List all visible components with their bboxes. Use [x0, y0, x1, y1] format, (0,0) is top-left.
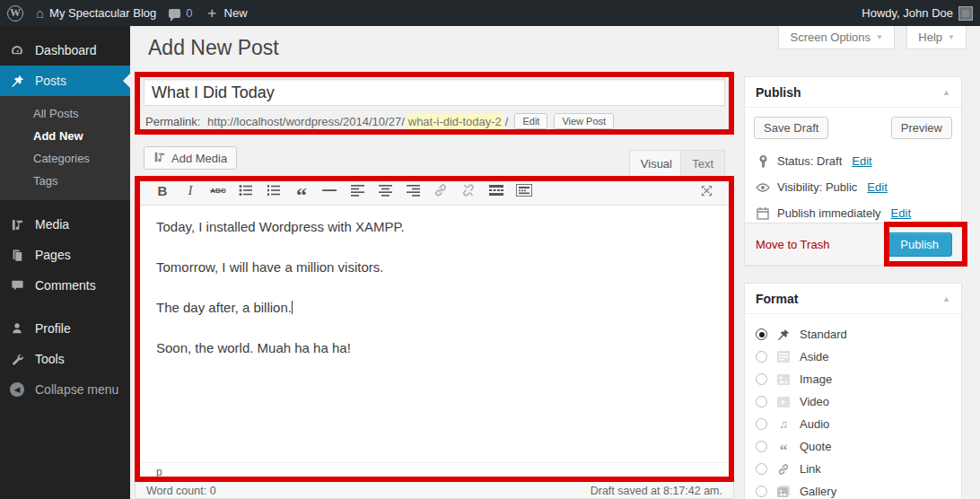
word-count-label: Word count:	[146, 485, 206, 497]
format-option-gallery[interactable]: Gallery	[756, 480, 950, 499]
media-icon	[8, 218, 26, 232]
audio-icon: ♫	[775, 417, 792, 431]
format-option-link[interactable]: Link	[756, 458, 950, 480]
preview-button[interactable]: Preview	[891, 117, 952, 139]
sidebar-item-categories[interactable]: Categories	[0, 147, 130, 170]
radio-icon[interactable]	[756, 418, 767, 430]
sidebar-label-comments: Comments	[35, 278, 96, 293]
format-option-quote[interactable]: “ Quote	[756, 435, 950, 458]
post-paragraph: Soon, the world. Muah ha ha ha!	[156, 338, 713, 358]
pushpin-icon	[775, 328, 792, 341]
radio-icon[interactable]	[756, 396, 767, 407]
align-left-icon[interactable]	[347, 181, 367, 199]
tab-text[interactable]: Text	[680, 150, 725, 176]
edit-visibility-link[interactable]: Edit	[867, 180, 887, 194]
edit-status-link[interactable]: Edit	[852, 154, 871, 168]
format-option-image[interactable]: Image	[756, 368, 950, 390]
format-option-audio[interactable]: ♫ Audio	[756, 413, 950, 435]
format-option-video[interactable]: Video	[756, 390, 950, 413]
visual-editor: B I ABC “ —	[140, 176, 729, 482]
publish-panel-header[interactable]: Publish ▲	[745, 77, 961, 108]
bulleted-list-icon[interactable]	[236, 181, 256, 199]
sidebar-item-all-posts[interactable]: All Posts	[0, 102, 130, 125]
italic-icon[interactable]: I	[180, 181, 200, 199]
sidebar-item-dashboard[interactable]: Dashboard	[0, 35, 130, 66]
move-to-trash-link[interactable]: Move to Trash	[756, 238, 829, 251]
radio-checked-icon[interactable]	[756, 328, 767, 340]
new-content-menu[interactable]: ＋ New	[206, 4, 248, 22]
permalink-edit-button[interactable]: Edit	[514, 113, 547, 129]
pages-icon	[8, 249, 26, 262]
site-name-link[interactable]: ⌂ My Spectacular Blog	[36, 5, 156, 21]
permalink-label: Permalink:	[145, 115, 200, 128]
sidebar-item-posts[interactable]: Posts	[0, 66, 130, 96]
editor-content[interactable]: Today, I installed Wordpress with XAMPP.…	[140, 206, 729, 390]
new-label: New	[224, 6, 248, 20]
publish-panel-title: Publish	[756, 85, 801, 100]
screen-options-button[interactable]: Screen Options ▼	[778, 26, 895, 49]
sidebar-item-pages[interactable]: Pages	[0, 240, 130, 270]
unlink-icon[interactable]	[459, 181, 478, 199]
sidebar-item-add-new[interactable]: Add New	[0, 125, 130, 147]
howdy-account-link[interactable]: Howdy, John Doe	[862, 6, 953, 20]
strikethrough-icon[interactable]: ABC	[208, 181, 228, 199]
radio-icon[interactable]	[756, 463, 767, 475]
blockquote-icon[interactable]: “	[292, 181, 311, 199]
home-icon: ⌂	[36, 5, 44, 21]
numbered-list-icon[interactable]	[264, 181, 284, 199]
format-option-standard[interactable]: Standard	[756, 323, 950, 346]
chevron-down-icon: ▼	[876, 33, 883, 41]
add-media-button[interactable]: Add Media	[144, 146, 237, 170]
tab-visual[interactable]: Visual	[629, 150, 684, 176]
align-center-icon[interactable]	[375, 181, 395, 199]
publish-button[interactable]: Publish	[887, 232, 952, 257]
fullscreen-icon[interactable]	[696, 181, 716, 199]
sidebar-label-collapse: Collapse menu	[35, 382, 118, 397]
sidebar-item-comments[interactable]: Comments	[0, 270, 130, 301]
add-media-label: Add Media	[171, 152, 227, 165]
publish-panel: Publish ▲ Save Draft Preview Status: Dra…	[744, 76, 962, 266]
quote-icon: “	[775, 440, 792, 454]
toolbar-toggle-icon[interactable]	[514, 181, 534, 199]
comment-count: 0	[186, 6, 192, 20]
sidebar-item-collapse-menu[interactable]: ◀ Collapse menu	[0, 374, 130, 405]
tools-icon	[8, 353, 26, 365]
word-count-value: 0	[210, 485, 216, 497]
sidebar-item-media[interactable]: Media	[0, 209, 130, 240]
comments-shortcut[interactable]: 0	[169, 6, 192, 20]
status-row: Status: Draft Edit	[745, 148, 961, 174]
radio-icon[interactable]	[756, 486, 767, 497]
video-icon	[775, 397, 792, 407]
comments-icon	[8, 279, 26, 292]
wordpress-logo-icon[interactable]: W	[7, 5, 23, 22]
help-button[interactable]: Help ▼	[906, 26, 967, 49]
post-title-input[interactable]	[144, 79, 725, 106]
visibility-text: Visibility: Public	[777, 180, 857, 194]
format-option-aside[interactable]: Aside	[756, 346, 950, 368]
sidebar-item-profile[interactable]: Profile	[0, 313, 130, 344]
radio-icon[interactable]	[756, 373, 767, 385]
post-paragraph: Tomorrow, I will have a million visitors…	[156, 258, 713, 277]
panel-toggle-icon[interactable]: ▲	[942, 294, 950, 303]
edit-schedule-link[interactable]: Edit	[891, 206, 911, 220]
radio-icon[interactable]	[756, 441, 767, 452]
save-draft-button[interactable]: Save Draft	[754, 117, 828, 139]
bold-icon[interactable]: B	[153, 181, 172, 199]
posts-submenu: All Posts Add New Categories Tags	[0, 96, 130, 200]
sidebar-item-tags[interactable]: Tags	[0, 170, 130, 192]
horizontal-rule-icon[interactable]: —	[319, 181, 339, 199]
calendar-icon	[756, 207, 770, 220]
element-path-bar[interactable]: p	[140, 462, 729, 482]
link-icon[interactable]	[431, 181, 451, 199]
panel-toggle-icon[interactable]: ▲	[942, 88, 950, 97]
user-avatar[interactable]	[958, 6, 973, 21]
sidebar-item-tools[interactable]: Tools	[0, 344, 130, 374]
screen-options-label: Screen Options	[790, 31, 871, 44]
admin-bar: W ⌂ My Spectacular Blog 0 ＋ New Howdy, J…	[0, 0, 980, 26]
align-right-icon[interactable]	[403, 181, 423, 199]
format-label: Gallery	[800, 485, 836, 498]
format-panel-header[interactable]: Format ▲	[745, 284, 961, 314]
radio-icon[interactable]	[756, 351, 767, 363]
view-post-button[interactable]: View Post	[554, 113, 614, 129]
more-tag-icon[interactable]	[486, 181, 506, 199]
